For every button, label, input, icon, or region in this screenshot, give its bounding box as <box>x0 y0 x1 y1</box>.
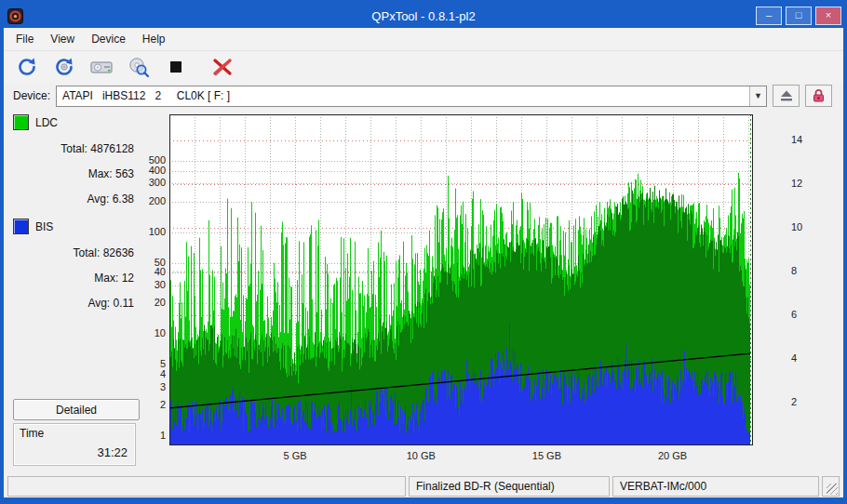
close-button[interactable]: × <box>815 7 841 25</box>
x-tick: 10 GB <box>396 450 446 461</box>
y-left-tick: 500 <box>145 154 166 166</box>
stop-icon[interactable] <box>162 54 190 80</box>
ldc-max: Max: 563 <box>13 167 140 180</box>
eject-button[interactable] <box>773 85 800 107</box>
lock-icon <box>812 88 826 103</box>
resize-grip[interactable] <box>827 484 838 495</box>
y-right-tick: 6 <box>791 309 815 320</box>
ldc-total: Total: 4876128 <box>13 142 140 155</box>
stats-panel: LDC Total: 4876128 Max: 563 Avg: 6.38 BI… <box>13 113 140 471</box>
y-right-tick: 2 <box>791 396 815 407</box>
x-tick: 5 GB <box>270 450 320 461</box>
chart-region: 1234510203040501002003004005002468101214… <box>145 109 838 475</box>
y-left-tick: 1 <box>145 430 166 441</box>
time-label: Time <box>20 427 129 440</box>
y-left-tick: 30 <box>145 279 166 290</box>
status-segment-grip <box>822 476 840 497</box>
y-right-tick: 10 <box>791 221 815 232</box>
device-select-value: ATAPI iHBS112 2 CL0K [ F: ] <box>62 89 230 102</box>
window-title: QPxTool - 0.8.1-pl2 <box>4 9 843 23</box>
time-group: Time 31:22 <box>13 423 136 466</box>
eject-icon <box>779 89 794 102</box>
device-bar: Device: ATAPI iHBS112 2 CL0K [ F: ] ▼ <box>4 83 843 109</box>
y-left-tick: 4 <box>145 368 166 379</box>
ldc-avg: Avg: 6.38 <box>13 192 140 206</box>
status-disc-type: Finalized BD-R (Sequential) <box>409 476 610 497</box>
minimize-button[interactable]: – <box>756 7 782 25</box>
menu-help[interactable]: Help <box>134 30 174 48</box>
transfer-refresh-icon[interactable] <box>50 54 78 80</box>
y-left-tick: 2 <box>145 399 166 410</box>
ldc-color-swatch <box>13 114 29 130</box>
maximize-button[interactable]: □ <box>786 7 812 25</box>
y-left-tick: 200 <box>145 195 166 206</box>
y-left-tick: 400 <box>145 165 166 176</box>
ldc-legend: LDC <box>13 114 140 130</box>
qcheck-refresh-icon[interactable] <box>13 54 41 80</box>
status-media-id: VERBAT-IMc/000 <box>612 476 819 497</box>
x-tick: 15 GB <box>521 450 571 461</box>
y-right-tick: 12 <box>791 178 815 189</box>
bis-label: BIS <box>35 220 53 233</box>
title-bar[interactable]: QPxTool - 0.8.1-pl2 – □ × <box>4 4 843 28</box>
bis-legend: BIS <box>13 219 140 234</box>
bis-color-swatch <box>13 219 29 234</box>
x-tick: 20 GB <box>648 450 698 461</box>
bis-avg: Avg: 0.11 <box>13 297 140 310</box>
y-right-tick: 14 <box>791 134 815 145</box>
ldc-label: LDC <box>35 116 58 129</box>
time-value: 31:22 <box>20 445 129 459</box>
quality-scan-chart <box>169 114 753 445</box>
y-left-tick: 100 <box>145 226 166 237</box>
status-segment-empty <box>7 476 406 497</box>
qpxtool-window: QPxTool - 0.8.1-pl2 – □ × File View Devi… <box>0 0 847 504</box>
device-select[interactable]: ATAPI iHBS112 2 CL0K [ F: ] ▼ <box>56 86 767 107</box>
y-left-tick: 10 <box>145 327 166 338</box>
y-left-tick: 5 <box>145 358 166 369</box>
menu-device[interactable]: Device <box>83 30 134 48</box>
y-left-tick: 40 <box>145 266 166 277</box>
preferences-icon[interactable] <box>208 54 236 80</box>
menu-file[interactable]: File <box>7 30 42 48</box>
menu-view[interactable]: View <box>42 30 83 48</box>
lock-button[interactable] <box>805 85 832 107</box>
app-logo-icon <box>7 8 23 24</box>
chevron-down-icon[interactable]: ▼ <box>749 86 766 106</box>
bis-total: Total: 82636 <box>13 246 140 259</box>
media-info-icon[interactable] <box>125 54 153 80</box>
menu-bar: File View Device Help <box>4 28 843 51</box>
toolbar <box>4 51 843 83</box>
y-right-tick: 8 <box>791 265 815 276</box>
y-left-tick: 50 <box>145 257 166 268</box>
y-left-tick: 300 <box>145 177 166 188</box>
bis-max: Max: 12 <box>13 272 140 285</box>
drive-icon[interactable] <box>87 54 115 80</box>
y-right-tick: 4 <box>791 352 815 364</box>
y-left-tick: 3 <box>145 381 166 392</box>
detailed-button[interactable]: Detailed <box>13 399 140 420</box>
status-bar: Finalized BD-R (Sequential) VERBAT-IMc/0… <box>4 475 843 497</box>
device-label: Device: <box>13 89 50 102</box>
client-area: LDC Total: 4876128 Max: 563 Avg: 6.38 BI… <box>4 109 843 475</box>
y-left-tick: 20 <box>145 297 166 308</box>
